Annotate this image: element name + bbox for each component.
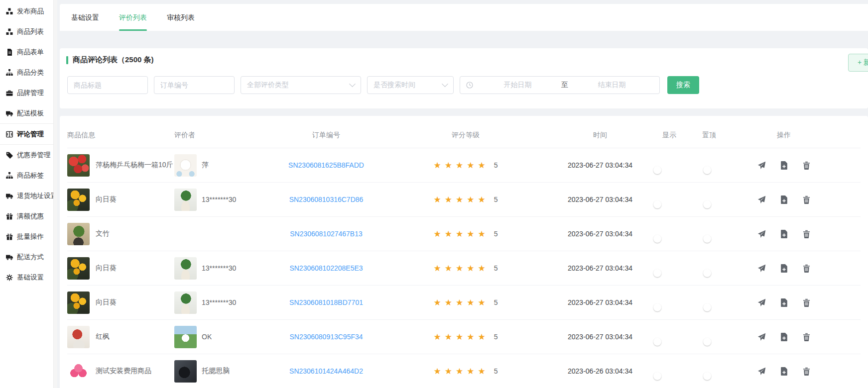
file-add-icon[interactable] <box>780 195 788 204</box>
delete-icon[interactable] <box>802 195 811 204</box>
chevron-down-icon <box>442 81 448 87</box>
toggle-knob <box>703 338 711 346</box>
delete-icon[interactable] <box>802 367 811 376</box>
sidebar-item-商品分类[interactable]: 商品分类 <box>0 62 57 83</box>
sidebar-item-配送方式[interactable]: 配送方式 <box>0 247 57 267</box>
toggle-knob <box>703 269 711 277</box>
delete-icon[interactable] <box>802 264 811 273</box>
order-link[interactable]: SN2306081625B8FADD <box>259 161 393 169</box>
reviewer-avatar <box>174 360 197 383</box>
tab-评价列表[interactable]: 评价列表 <box>119 4 147 31</box>
sidebar-item-满额优惠[interactable]: 满额优惠 <box>0 206 57 226</box>
send-icon[interactable] <box>757 264 766 273</box>
date-start-placeholder: 开始日期 <box>476 81 559 90</box>
tab-审核列表[interactable]: 审核列表 <box>167 4 195 31</box>
rating-value: 5 <box>494 298 498 306</box>
sidebar-item-基础设置[interactable]: 基础设置 <box>0 267 57 288</box>
rating-value: 5 <box>494 264 498 272</box>
date-separator: 至 <box>559 81 570 90</box>
file-add-icon[interactable] <box>780 161 788 170</box>
toggle-knob <box>653 166 661 174</box>
rating-cell: ★★★★★ 5 <box>393 332 538 342</box>
sidebar-scrollbar[interactable] <box>53 0 57 388</box>
time-search-value: 是否搜索时间 <box>373 81 415 90</box>
sidebar-item-label: 商品表单 <box>17 48 44 57</box>
table-row: 向日葵 13*******30 SN23060810316C7D86 ★★★★★… <box>67 183 861 217</box>
file-add-icon[interactable] <box>780 298 788 307</box>
order-link[interactable]: SN23060810316C7D86 <box>259 195 393 203</box>
order-link[interactable]: SN2306081018BD7701 <box>259 298 393 306</box>
delete-icon[interactable] <box>802 298 811 307</box>
reviewer-cell: 13*******30 <box>174 257 259 280</box>
date-range-picker[interactable]: 开始日期 至 结束日期 <box>460 76 660 94</box>
sidebar-item-label: 满额优惠 <box>17 212 44 221</box>
reviewer-avatar <box>174 257 197 280</box>
file-add-icon[interactable] <box>780 264 788 273</box>
table-row: 测试安装费用商品 托腮思脑 SN2306101424A464D2 ★★★★★ 5… <box>67 354 861 388</box>
toggle-knob <box>653 338 661 346</box>
time-search-select[interactable]: 是否搜索时间 <box>367 76 454 94</box>
file-add-icon[interactable] <box>780 333 788 341</box>
reviewer-name: 13*******30 <box>202 195 236 203</box>
page-title: 商品评论列表（2500 条) <box>73 55 154 65</box>
sidebar-item-商品列表[interactable]: 商品列表 <box>0 21 57 42</box>
rating-cell: ★★★★★ 5 <box>393 229 538 239</box>
send-icon[interactable] <box>757 298 766 307</box>
table-row: 向日葵 13*******30 SN2306081018BD7701 ★★★★★… <box>67 286 861 320</box>
rating-value: 5 <box>494 367 498 375</box>
actions-cell <box>742 195 861 204</box>
order-no-input[interactable] <box>154 76 235 94</box>
sidebar-item-label: 基础设置 <box>17 273 44 282</box>
sidebar-item-label: 商品列表 <box>17 27 44 36</box>
order-link[interactable]: SN2306101424A464D2 <box>259 367 393 375</box>
sidebar-item-评论管理[interactable]: 评论管理 <box>0 123 57 145</box>
product-image <box>67 223 90 245</box>
order-link[interactable]: SN2306080913C95F34 <box>259 333 393 341</box>
product-cell: 向日葵 <box>67 189 174 211</box>
send-icon[interactable] <box>757 161 766 170</box>
send-icon[interactable] <box>757 367 766 376</box>
rating-cell: ★★★★★ 5 <box>393 297 538 308</box>
sidebar-item-商品标签[interactable]: 商品标签 <box>0 165 57 186</box>
sidebar-item-品牌管理[interactable]: 品牌管理 <box>0 83 57 103</box>
rating-value: 5 <box>494 195 498 203</box>
gift-icon <box>5 233 13 240</box>
delete-icon[interactable] <box>802 161 811 170</box>
sidebar-item-批量操作[interactable]: 批量操作 <box>0 226 57 247</box>
search-button[interactable]: 搜索 <box>667 76 699 94</box>
sidebar-item-label: 发布商品 <box>17 7 44 16</box>
sidebar-item-发布商品[interactable]: 发布商品 <box>0 1 57 21</box>
send-icon[interactable] <box>757 230 766 238</box>
file-add-icon[interactable] <box>780 230 788 238</box>
actions-cell <box>742 367 861 376</box>
product-name: 向日葵 <box>96 298 117 307</box>
col-header-top: 置顶 <box>702 131 742 140</box>
product-image <box>67 291 90 314</box>
order-link[interactable]: SN2306081027467B13 <box>259 230 393 238</box>
product-name: 测试安装费用商品 <box>96 367 151 376</box>
product-name: 文竹 <box>96 229 110 238</box>
review-time: 2023-06-27 03:04:34 <box>538 230 662 238</box>
sidebar-item-label: 配送模板 <box>17 109 44 118</box>
sidebar-item-配送模板[interactable]: 配送模板 <box>0 103 57 123</box>
order-link[interactable]: SN230608102208E5E3 <box>259 264 393 272</box>
rating-cell: ★★★★★ 5 <box>393 160 538 171</box>
briefcase-icon <box>5 89 13 97</box>
star-rating-icons: ★★★★★ <box>434 194 489 205</box>
product-title-input[interactable] <box>67 76 148 94</box>
filter-panel: 商品评论列表（2500 条) + 新增 全部评价类型 是否搜索时间 开始日期 至… <box>60 48 868 108</box>
tab-基础设置[interactable]: 基础设置 <box>71 4 99 31</box>
send-icon[interactable] <box>757 195 766 204</box>
add-button[interactable]: + 新增 <box>848 54 868 72</box>
file-add-icon[interactable] <box>780 367 788 376</box>
sidebar-item-优惠券管理[interactable]: 优惠券管理 <box>0 145 57 165</box>
file-icon <box>5 48 13 56</box>
sidebar-item-退货地址设置[interactable]: 退货地址设置 <box>0 186 57 206</box>
delete-icon[interactable] <box>802 333 811 341</box>
sidebar-item-商品表单[interactable]: 商品表单 <box>0 42 57 62</box>
toggle-knob <box>653 269 661 277</box>
send-icon[interactable] <box>757 333 766 341</box>
delete-icon[interactable] <box>802 230 811 238</box>
review-type-select[interactable]: 全部评价类型 <box>241 76 361 94</box>
actions-cell <box>742 298 861 307</box>
